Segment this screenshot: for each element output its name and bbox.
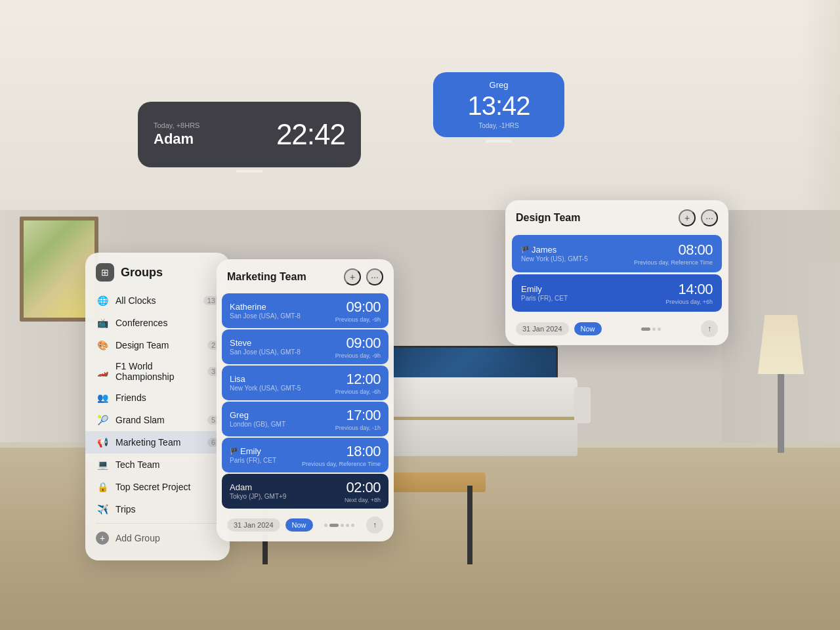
- trips-icon: ✈️: [96, 503, 109, 516]
- design-clock-row-james[interactable]: James New York (US), GMT-5 08:00 Previou…: [512, 235, 722, 272]
- clock-widget-adam[interactable]: Today, +8HRS Adam 22:42: [138, 102, 361, 167]
- design-scroll-dot-3: [658, 327, 661, 331]
- james-location: New York (US), GMT-5: [521, 255, 588, 262]
- clock-row-adam[interactable]: Adam Tokyo (JP), GMT+9 02:00 Next day, +…: [222, 474, 388, 509]
- conferences-icon: 📺: [96, 316, 109, 329]
- design-actions: + ···: [679, 209, 718, 226]
- greg-name: Greg: [230, 410, 285, 420]
- add-group-icon: +: [96, 532, 109, 545]
- groups-item-conferences[interactable]: 📺 Conferences: [85, 312, 230, 334]
- clock-greg-name: Greg: [444, 80, 554, 90]
- katherine-info: Katherine San Jose (USA), GMT-8: [230, 302, 301, 320]
- groups-item-grandslam[interactable]: 🎾 Grand Slam 5: [85, 409, 230, 431]
- clock-widget-greg[interactable]: Greg 13:42 Today, -1HRS: [433, 72, 564, 137]
- clock-row-steve[interactable]: Steve San Jose (USA), GMT-8 09:00 Previo…: [222, 329, 388, 364]
- lisa-info: Lisa New York (USA), GMT-5: [230, 374, 301, 392]
- clock-greg-sublabel: Today, -1HRS: [444, 122, 554, 129]
- clock-adam-sublabel: Today, +8HRS: [154, 121, 200, 129]
- marketing-scroll-dots: [318, 524, 361, 527]
- katherine-time: 09:00: [335, 299, 381, 316]
- adam-time-label: Next day, +8h: [345, 497, 381, 503]
- marketing-share-button[interactable]: ↑: [366, 516, 383, 534]
- marketing-actions: + ···: [344, 268, 383, 285]
- clock-row-emily[interactable]: Emily Paris (FR), CET 18:00 Previous day…: [222, 438, 388, 472]
- greg-info: Greg London (GB), GMT: [230, 410, 285, 428]
- design-add-button[interactable]: +: [679, 209, 696, 226]
- marketing-footer: 31 Jan 2024 Now ↑: [217, 510, 394, 541]
- steve-location: San Jose (USA), GMT-8: [230, 348, 301, 356]
- clock-greg-scroll-indicator: [486, 140, 512, 142]
- ceiling: [0, 0, 840, 210]
- emily-time-label: Previous day, Reference Time: [302, 461, 381, 467]
- design-header: Design Team + ···: [505, 200, 728, 233]
- groups-item-trips[interactable]: ✈️ Trips: [85, 498, 230, 520]
- clock-row-lisa[interactable]: Lisa New York (USA), GMT-5 12:00 Previou…: [222, 366, 388, 400]
- groups-item-friends[interactable]: 👥 Friends: [85, 387, 230, 409]
- groups-panel: ⊞ Groups 🌐 All Clocks 13 📺 Conferences 🎨…: [85, 253, 230, 560]
- friends-icon: 👥: [96, 391, 109, 404]
- marketing-panel: Marketing Team + ··· Katherine San Jose …: [217, 259, 394, 541]
- design-scroll-dot-2: [652, 327, 656, 331]
- marketing-more-button[interactable]: ···: [366, 268, 383, 285]
- groups-item-topsecret[interactable]: 🔒 Top Secret Project: [85, 476, 230, 498]
- lamp-shade: [758, 315, 804, 374]
- james-time: 08:00: [634, 242, 713, 259]
- grandslam-icon: 🎾: [96, 413, 109, 427]
- adam-location: Tokyo (JP), GMT+9: [230, 493, 286, 500]
- clock-row-greg[interactable]: Greg London (GB), GMT 17:00 Previous day…: [222, 402, 388, 436]
- design-panel-title: Design Team: [516, 212, 580, 224]
- groups-item-designteam[interactable]: 🎨 Design Team 2: [85, 334, 230, 356]
- techteam-icon: 💻: [96, 458, 109, 471]
- groups-item-techteam[interactable]: 💻 Tech Team: [85, 453, 230, 476]
- f1-icon: 🏎️: [96, 365, 109, 378]
- scroll-dot-3: [341, 524, 344, 527]
- greg-time-label: Previous day, -1h: [335, 425, 381, 431]
- groups-icon: ⊞: [96, 263, 114, 282]
- design-share-button[interactable]: ↑: [701, 320, 718, 337]
- design-scroll-dots: [607, 327, 696, 331]
- groups-item-marketing[interactable]: 📢 Marketing Team 6: [85, 431, 230, 453]
- lisa-location: New York (USA), GMT-5: [230, 385, 301, 392]
- scroll-dot-2: [329, 524, 339, 527]
- design-more-button[interactable]: ···: [701, 209, 718, 226]
- scroll-dot-5: [351, 524, 354, 527]
- marketing-panel-title: Marketing Team: [227, 271, 306, 283]
- add-group-label: Add Group: [116, 533, 160, 543]
- groups-item-allclocks[interactable]: 🌐 All Clocks 13: [85, 289, 230, 312]
- katherine-time-block: 09:00 Previous day, -9h: [335, 299, 381, 323]
- groups-item-f1[interactable]: 🏎️ F1 World Championship 3: [85, 356, 230, 387]
- adam-time: 02:00: [345, 479, 381, 496]
- james-info: James New York (US), GMT-5: [521, 245, 588, 262]
- marketing-date-button[interactable]: 31 Jan 2024: [227, 518, 280, 532]
- steve-time-label: Previous day, -9h: [335, 352, 381, 359]
- emily-design-name: Emily: [521, 284, 568, 294]
- allclocks-icon: 🌐: [96, 294, 109, 307]
- clock-adam-scroll-indicator: [236, 170, 262, 173]
- clock-adam-info: Today, +8HRS Adam: [154, 121, 200, 148]
- techteam-label: Tech Team: [116, 459, 219, 470]
- katherine-name: Katherine: [230, 302, 301, 312]
- add-group-button[interactable]: + Add Group: [85, 526, 230, 550]
- conferences-label: Conferences: [116, 318, 219, 328]
- lisa-name: Lisa: [230, 374, 301, 384]
- scroll-dot-1: [324, 524, 327, 527]
- design-now-button[interactable]: Now: [574, 322, 602, 335]
- marketing-now-button[interactable]: Now: [285, 518, 313, 532]
- clock-row-katherine[interactable]: Katherine San Jose (USA), GMT-8 09:00 Pr…: [222, 293, 388, 328]
- designteam-icon: 🎨: [96, 339, 109, 352]
- design-date-button[interactable]: 31 Jan 2024: [516, 322, 569, 335]
- table-leg-right: [467, 486, 472, 564]
- emily-design-time: 14:00: [665, 281, 713, 298]
- groups-header: ⊞ Groups: [85, 263, 230, 289]
- design-clock-row-emily[interactable]: Emily Paris (FR), CET 14:00 Previous day…: [512, 274, 722, 312]
- greg-time: 17:00: [335, 407, 381, 424]
- marketing-add-button[interactable]: +: [344, 268, 361, 285]
- f1-label: F1 World Championship: [116, 361, 201, 382]
- curtain: [801, 0, 840, 262]
- clock-adam-time: 22:42: [276, 118, 345, 151]
- designteam-label: Design Team: [116, 340, 201, 350]
- topsecret-label: Top Secret Project: [116, 482, 219, 492]
- lisa-time-block: 12:00 Previous day, -6h: [335, 371, 381, 395]
- design-panel: Design Team + ··· James New York (US), G…: [505, 200, 728, 345]
- topsecret-icon: 🔒: [96, 480, 109, 494]
